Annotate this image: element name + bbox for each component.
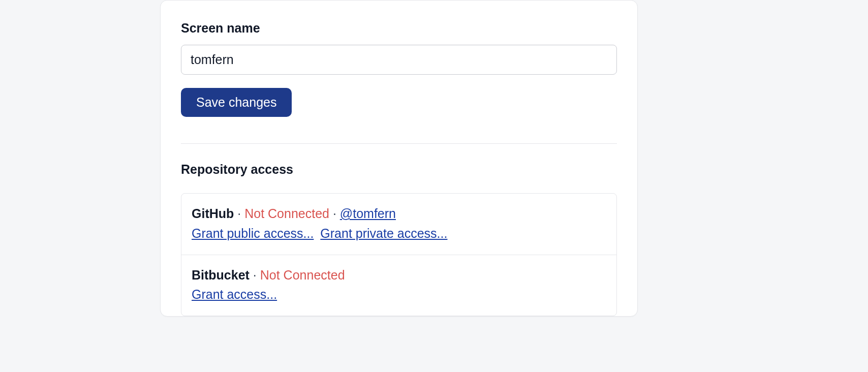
repository-provider-list: GitHub · Not Connected · @tomfern Grant … (181, 193, 617, 316)
repo-provider-line: Bitbucket · Not Connected (192, 265, 606, 285)
screen-name-input[interactable] (181, 45, 617, 75)
separator-dot: · (237, 206, 244, 221)
repo-provider-github: GitHub · Not Connected · @tomfern Grant … (181, 194, 616, 255)
page-background: Screen name Save changes Repository acce… (0, 0, 868, 372)
provider-handle-link[interactable]: @tomfern (340, 206, 396, 221)
separator-dot: · (333, 206, 340, 221)
provider-name: GitHub (192, 206, 234, 221)
connection-status: Not Connected (260, 268, 345, 282)
repo-provider-bitbucket: Bitbucket · Not Connected Grant access..… (181, 255, 616, 316)
grant-private-access-link[interactable]: Grant private access... (320, 226, 447, 240)
screen-name-label: Screen name (181, 21, 617, 36)
grant-access-link[interactable]: Grant access... (192, 287, 277, 301)
repository-access-heading: Repository access (181, 162, 617, 177)
settings-card: Screen name Save changes Repository acce… (160, 0, 638, 317)
repo-provider-line: GitHub · Not Connected · @tomfern (192, 204, 606, 224)
connection-status: Not Connected (244, 206, 329, 221)
provider-name: Bitbucket (192, 268, 250, 282)
grant-public-access-link[interactable]: Grant public access... (192, 226, 314, 240)
grant-links-row: Grant public access... Grant private acc… (192, 224, 606, 243)
save-changes-button[interactable]: Save changes (181, 88, 292, 117)
section-divider (181, 143, 617, 144)
separator-dot: · (253, 268, 260, 282)
grant-links-row: Grant access... (192, 285, 606, 304)
